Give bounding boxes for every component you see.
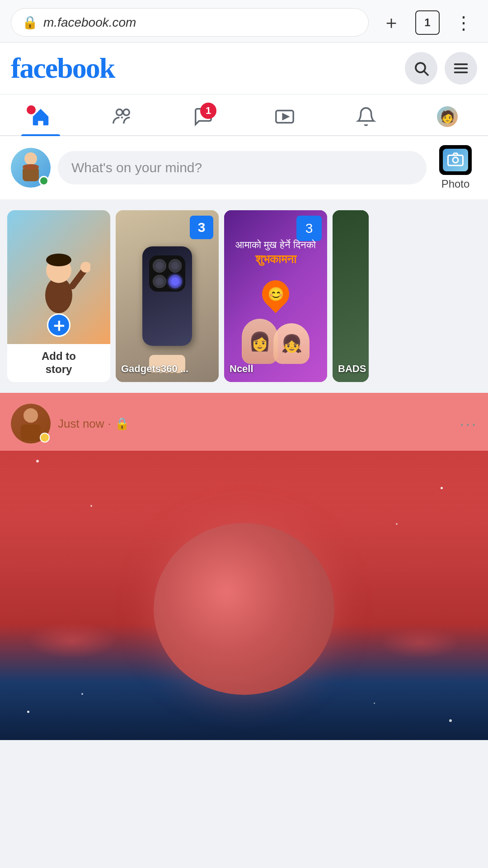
star-4 [396, 523, 398, 525]
home-notification-dot [27, 105, 36, 114]
svg-point-12 [23, 164, 39, 170]
post-input-field[interactable]: What's on your mind? [58, 151, 427, 184]
url-text: m.facebook.com [43, 15, 136, 30]
photo-icon-inner [443, 149, 468, 171]
add-story-label: Add tostory [42, 350, 76, 376]
story-bads[interactable]: BADS [333, 210, 369, 382]
ncell-story-label: Ncell [230, 363, 253, 375]
svg-point-5 [117, 109, 122, 115]
nav-item-home[interactable] [21, 102, 60, 132]
stories-section: ＋ Add tostory [0, 203, 488, 393]
post-time: Just now · 🔒 [58, 417, 129, 431]
svg-point-18 [46, 254, 71, 266]
facebook-header: facebook [0, 42, 488, 94]
camera-icon [447, 152, 464, 168]
add-story-card[interactable]: ＋ Add tostory [7, 210, 110, 382]
gadgets-story-label: Gadgets360 ... [121, 363, 188, 375]
story-gadgets360[interactable]: 3 Gadgets360 ... [116, 210, 219, 382]
messenger-badge: 1 [200, 103, 216, 119]
star-2 [90, 505, 92, 507]
post-author-avatar[interactable] [11, 404, 51, 443]
post-meta: Just now · 🔒 [58, 417, 129, 431]
star-1 [36, 460, 39, 462]
ncell-text-area: आमाको मुख हेर्ने दिनको शुभकामना [224, 237, 327, 266]
friends-icon [112, 106, 132, 127]
svg-line-1 [424, 71, 428, 75]
add-story-plus-btn[interactable]: ＋ [47, 313, 70, 337]
navigation-bar: 1 🧑 [0, 94, 488, 136]
story-ncell[interactable]: 3 आमाको मुख हेर्ने दिनको शुभकामना 😊 👩 👧 … [224, 210, 327, 382]
star-6 [81, 693, 83, 695]
nav-item-watch[interactable] [265, 102, 304, 132]
photo-icon [439, 145, 472, 175]
bell-icon [356, 106, 376, 127]
user-avatar-container [11, 148, 51, 188]
cloud-right [380, 627, 461, 659]
nav-item-profile-menu[interactable]: 🧑 [428, 102, 467, 132]
post-online-indicator [40, 433, 50, 443]
svg-point-14 [453, 157, 458, 163]
post-more-button[interactable]: ··· [460, 414, 477, 434]
more-options-button[interactable]: ⋮ [450, 9, 477, 36]
star-3 [441, 487, 443, 489]
star-7 [449, 719, 452, 722]
new-tab-button[interactable]: ＋ [378, 9, 405, 36]
menu-button[interactable] [445, 52, 477, 85]
add-photo-button[interactable]: Photo [434, 145, 477, 190]
nav-item-friends[interactable] [103, 102, 141, 132]
photo-label: Photo [441, 178, 470, 190]
bads-story-label: BADS [338, 363, 366, 375]
nav-item-messenger[interactable]: 1 [184, 102, 223, 132]
header-actions [405, 52, 477, 85]
post-header: Just now · 🔒 ··· [0, 393, 488, 451]
tab-count: 1 [415, 10, 440, 35]
story-avatar-figure [27, 232, 90, 322]
tab-switcher-button[interactable]: 1 [414, 9, 441, 36]
privacy-lock-icon: 🔒 [115, 417, 129, 431]
lock-icon: 🔒 [22, 15, 38, 30]
post-card: Just now · 🔒 ··· [0, 393, 488, 740]
profile-avatar-small: 🧑 [437, 106, 458, 127]
cloud-left [27, 623, 117, 659]
svg-rect-22 [21, 425, 41, 441]
svg-point-6 [123, 109, 129, 115]
online-status-dot [39, 176, 49, 186]
browser-chrome: 🔒 m.facebook.com ＋ 1 ⋮ [0, 0, 488, 42]
browser-toolbar: 🔒 m.facebook.com ＋ 1 ⋮ [11, 8, 477, 37]
ncell-people: 👩 👧 [224, 319, 327, 364]
post-header-left: Just now · 🔒 [11, 404, 129, 443]
svg-point-10 [24, 152, 37, 165]
gadgets-story-count: 3 [190, 216, 213, 239]
nav-item-notifications[interactable] [347, 102, 385, 132]
post-input-area: What's on your mind? Photo [0, 136, 488, 203]
svg-marker-9 [283, 114, 288, 119]
post-image [0, 451, 488, 740]
bads-story-bg [333, 210, 369, 382]
ncell-pin-icon: 😊 [262, 280, 289, 312]
facebook-logo[interactable]: facebook [11, 52, 114, 85]
star-8 [374, 703, 375, 704]
address-bar[interactable]: 🔒 m.facebook.com [11, 8, 369, 37]
svg-point-21 [23, 408, 38, 423]
search-button[interactable] [405, 52, 437, 85]
add-story-label-area: Add tostory [7, 344, 110, 382]
star-5 [27, 711, 29, 713]
post-moon [154, 523, 334, 695]
watch-icon [274, 106, 295, 127]
